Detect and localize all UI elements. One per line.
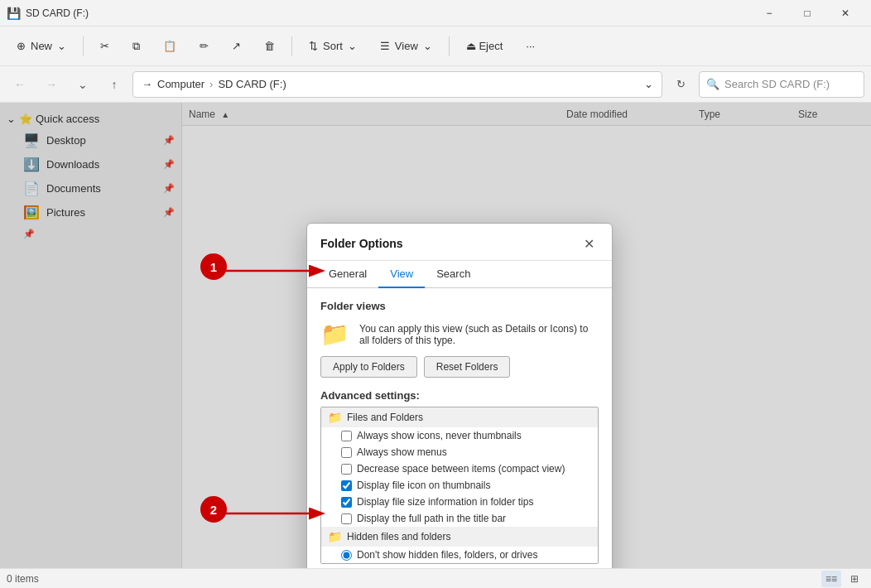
folder-views-row: 📁 You can apply this view (such as Detai…	[320, 321, 599, 348]
files-folders-group-header: 📁 Files and Folders	[321, 407, 598, 427]
share-button[interactable]: ↗	[222, 31, 251, 61]
refresh-button[interactable]: ↻	[667, 71, 694, 98]
main-area: ⌄ ⭐ Quick access 🖥️ Desktop 📌 ⬇️ Downloa…	[0, 103, 871, 568]
computer-label: Computer	[157, 78, 205, 90]
address-bar: ← → ⌄ ↑ → Computer › SD CARD (F:) ⌄ ↻ 🔍 …	[0, 66, 871, 103]
apply-to-folders-button[interactable]: Apply to Folders	[320, 356, 417, 378]
checkbox-always-show-menus[interactable]	[341, 447, 352, 458]
rename-button[interactable]: ✏	[190, 31, 219, 61]
tab-search[interactable]: Search	[425, 261, 482, 288]
dialog-body: Folder views 📁 You can apply this view (…	[307, 288, 612, 568]
display-file-size-label: Display file size information in folder …	[357, 496, 533, 508]
toolbar-separator-1	[83, 36, 84, 56]
toolbar-separator-3	[449, 36, 450, 56]
path-sep-1: ›	[209, 78, 213, 90]
checkbox-display-file-icon[interactable]	[341, 480, 352, 491]
title-bar-left: 💾 SD CARD (F:)	[7, 7, 89, 20]
setting-full-path[interactable]: Display the full path in the title bar	[321, 510, 598, 527]
toolbar: ⊕ New ⌄ ✂ ⧉ 📋 ✏ ↗ 🗑 ⇅ Sort ⌄ ☰ View ⌄ ⏏ …	[0, 27, 871, 66]
status-bar: 0 items ≡≡ ⊞	[0, 568, 871, 588]
always-show-icons-label: Always show icons, never thumbnails	[357, 430, 522, 441]
list-view-button[interactable]: ≡≡	[821, 571, 841, 587]
new-button[interactable]: ⊕ New ⌄	[7, 31, 76, 61]
folder-views-label: Folder views	[320, 300, 599, 312]
dialog-title-bar: Folder Options ✕	[307, 224, 612, 261]
maximize-button[interactable]: □	[788, 0, 826, 27]
always-show-menus-label: Always show menus	[357, 446, 447, 458]
eject-button[interactable]: ⏏ Eject	[456, 31, 513, 61]
tab-general[interactable]: General	[317, 261, 378, 288]
annotation-2: 2	[200, 496, 227, 523]
sort-chevron: ⌄	[348, 40, 357, 52]
view-chevron: ⌄	[423, 40, 432, 52]
display-file-icon-label: Display file icon on thumbnails	[357, 480, 490, 491]
setting-display-file-icon[interactable]: Display file icon on thumbnails	[321, 477, 598, 494]
view-label: View	[395, 40, 418, 52]
search-icon: 🔍	[706, 78, 719, 90]
files-folders-icon: 📁	[328, 411, 342, 424]
hidden-files-group-header: 📁 Hidden files and folders	[321, 527, 598, 547]
setting-dont-show-hidden[interactable]: Don't show hidden files, folders, or dri…	[321, 547, 598, 563]
toolbar-separator-2	[291, 36, 292, 56]
folder-views-buttons: Apply to Folders Reset Folders	[320, 356, 599, 378]
folder-options-dialog: Folder Options ✕ General View Search Fol…	[306, 223, 613, 568]
window-controls: − □ ✕	[750, 0, 864, 27]
items-count: 0 items	[7, 573, 39, 585]
dont-show-hidden-label: Don't show hidden files, folders, or dri…	[357, 549, 537, 561]
cut-button[interactable]: ✂	[90, 31, 119, 61]
view-controls: ≡≡ ⊞	[821, 571, 864, 587]
settings-list: 📁 Files and Folders Always show icons, n…	[320, 407, 599, 564]
search-placeholder: Search SD CARD (F:)	[724, 78, 830, 90]
drive-label: SD CARD (F:)	[218, 78, 286, 90]
grid-view-button[interactable]: ⊞	[845, 571, 864, 587]
forward-button[interactable]: →	[38, 71, 65, 98]
hidden-files-icon: 📁	[328, 530, 342, 543]
checkbox-compact-view[interactable]	[341, 464, 352, 475]
more-button[interactable]: ···	[516, 31, 545, 61]
full-path-label: Display the full path in the title bar	[357, 513, 506, 524]
dialog-close-button[interactable]: ✕	[579, 234, 599, 253]
paste-button[interactable]: 📋	[153, 31, 186, 61]
radio-dont-show-hidden[interactable]	[341, 550, 352, 561]
dialog-title: Folder Options	[320, 237, 403, 250]
drive-icon: 💾	[7, 7, 21, 20]
checkbox-always-show-icons[interactable]	[341, 431, 352, 441]
sort-label: Sort	[323, 40, 343, 52]
checkbox-display-file-size[interactable]	[341, 497, 352, 508]
compact-view-label: Decrease space between items (compact vi…	[357, 463, 565, 475]
dialog-tabs: General View Search	[307, 261, 612, 288]
checkbox-full-path[interactable]	[341, 513, 352, 524]
title-bar: 💾 SD CARD (F:) − □ ✕	[0, 0, 871, 27]
window-title: SD CARD (F:)	[26, 7, 89, 19]
up-button[interactable]: ↑	[101, 71, 128, 98]
setting-display-file-size[interactable]: Display file size information in folder …	[321, 494, 598, 510]
sort-icon: ⇅	[309, 40, 318, 52]
view-button[interactable]: ☰ View ⌄	[370, 31, 442, 61]
delete-button[interactable]: 🗑	[254, 31, 285, 61]
new-label: New	[31, 40, 52, 52]
folder-views-text: You can apply this view (such as Details…	[359, 323, 599, 346]
hidden-files-label: Hidden files and folders	[347, 531, 450, 542]
sort-button[interactable]: ⇅ Sort ⌄	[299, 31, 367, 61]
back-button[interactable]: ←	[7, 71, 33, 98]
path-icon: →	[142, 78, 152, 90]
annotation-1: 1	[200, 253, 227, 280]
recent-button[interactable]: ⌄	[70, 71, 96, 98]
folder-preview-icon: 📁	[320, 321, 349, 348]
address-chevron: ⌄	[644, 78, 653, 90]
reset-folders-button[interactable]: Reset Folders	[424, 356, 511, 378]
setting-always-show-icons[interactable]: Always show icons, never thumbnails	[321, 427, 598, 444]
view-icon: ☰	[380, 40, 390, 52]
copy-button[interactable]: ⧉	[123, 31, 150, 61]
files-folders-label: Files and Folders	[347, 412, 423, 423]
setting-show-hidden[interactable]: Show hidden files, folders, and drives	[321, 563, 598, 564]
setting-compact-view[interactable]: Decrease space between items (compact vi…	[321, 460, 598, 477]
setting-always-show-menus[interactable]: Always show menus	[321, 444, 598, 460]
advanced-settings-label: Advanced settings:	[320, 389, 599, 402]
search-box[interactable]: 🔍 Search SD CARD (F:)	[699, 71, 864, 98]
address-box[interactable]: → Computer › SD CARD (F:) ⌄	[132, 71, 662, 98]
close-button[interactable]: ✕	[826, 0, 864, 27]
minimize-button[interactable]: −	[750, 0, 788, 27]
tab-view[interactable]: View	[378, 261, 425, 288]
new-icon: ⊕	[17, 40, 26, 52]
